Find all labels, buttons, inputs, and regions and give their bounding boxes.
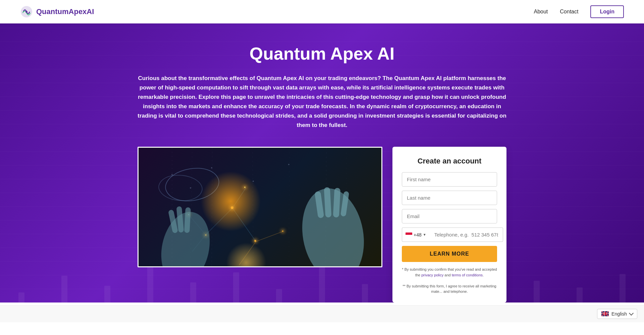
svg-point-21: [295, 184, 371, 267]
first-name-input[interactable]: [402, 172, 497, 187]
chevron-down-icon: [629, 311, 634, 316]
email-input[interactable]: [402, 209, 497, 223]
logo-link[interactable]: QuantumApexAI: [20, 5, 94, 18]
last-name-input[interactable]: [402, 191, 497, 205]
svg-point-1: [25, 11, 28, 13]
navbar: QuantumApexAI About Contact Login: [0, 0, 644, 23]
nav-about[interactable]: About: [534, 9, 548, 15]
phone-country-selector[interactable]: +48 ▼: [402, 227, 430, 242]
learn-more-button[interactable]: LEARN MORE: [402, 246, 497, 262]
bg-bar: [577, 287, 583, 303]
flag-vbarr: [605, 311, 606, 316]
bg-bar: [18, 292, 24, 303]
terms-link[interactable]: terms of conditions: [452, 273, 483, 277]
hero-title: Quantum Apex AI: [67, 44, 577, 64]
footnote1b-text: and: [443, 273, 451, 277]
phone-input[interactable]: [430, 227, 503, 242]
country-code: +48: [414, 232, 422, 238]
flag-bottom: [406, 235, 412, 237]
uk-flag: [601, 311, 609, 316]
phone-dropdown-arrow: ▼: [423, 233, 426, 237]
footnote2-text: ** By submitting this form, I agree to r…: [402, 284, 496, 294]
login-button[interactable]: Login: [590, 5, 624, 18]
logo-icon: [20, 5, 33, 18]
hero-description: Curious about the transformative effects…: [138, 74, 506, 130]
hero-image: [138, 147, 382, 267]
hero-image-canvas: [139, 148, 381, 266]
language-label: English: [611, 311, 627, 317]
bg-bar: [620, 274, 626, 303]
flag-top: [406, 232, 412, 235]
hero-bottom: Create an account +48 ▼ LEARN MORE * By …: [67, 147, 577, 303]
registration-form: Create an account +48 ▼ LEARN MORE * By …: [392, 147, 506, 303]
phone-row: +48 ▼: [402, 227, 497, 242]
nav-contact[interactable]: Contact: [560, 9, 578, 15]
form-footnote: * By submitting you confirm that you've …: [402, 267, 497, 294]
language-selector-wrap: English: [0, 305, 644, 322]
bottom-section: English: [0, 305, 644, 332]
hero-section: Quantum Apex AI Curious about the transf…: [0, 23, 644, 303]
form-title: Create an account: [402, 157, 497, 165]
language-selector[interactable]: English: [597, 309, 637, 319]
footnote1c-text: .: [483, 273, 484, 277]
poland-flag: [406, 232, 412, 237]
hands-svg: [139, 148, 381, 266]
bg-bar: [61, 276, 67, 303]
privacy-policy-link[interactable]: privacy policy: [421, 273, 443, 277]
brand-name: QuantumApexAI: [36, 7, 94, 16]
nav-links: About Contact Login: [534, 5, 624, 18]
